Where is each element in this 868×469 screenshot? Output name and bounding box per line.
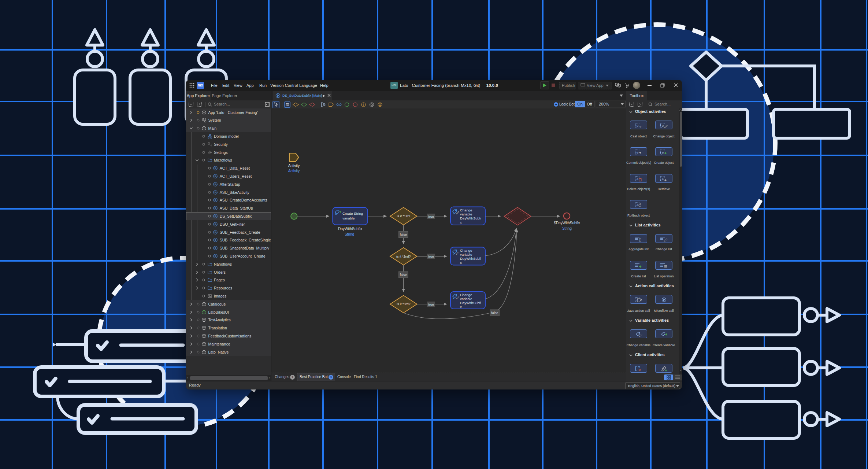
svg-text:is it *1st?: is it *1st? <box>397 214 410 218</box>
svg-text:String: String <box>562 226 572 230</box>
svg-text:variable: variable <box>460 252 472 256</box>
svg-text:is it *2nd?: is it *2nd? <box>396 255 411 258</box>
svg-text:x: x <box>460 305 462 309</box>
svg-text:false: false <box>400 273 407 277</box>
svg-text:is it *3rd?: is it *3rd? <box>397 302 411 306</box>
svg-text:Activity: Activity <box>288 169 300 173</box>
svg-text:e: e <box>637 177 638 181</box>
svg-text:DayWithSubfi: DayWithSubfi <box>460 216 481 220</box>
svg-text:true: true <box>428 215 434 218</box>
svg-text:e: e <box>637 203 638 207</box>
svg-text:true: true <box>428 303 434 306</box>
svg-text:DayWithSubfix: DayWithSubfix <box>338 227 362 231</box>
svg-text:Activity: Activity <box>288 164 300 168</box>
svg-text:Change: Change <box>460 248 472 252</box>
svg-text:x: x <box>460 261 462 265</box>
svg-text:DayWithSubfi: DayWithSubfi <box>460 256 481 261</box>
svg-text:String: String <box>345 232 354 236</box>
svg-text:e: e <box>662 123 664 127</box>
svg-text:false: false <box>491 311 498 315</box>
svg-text:Σ: Σ <box>639 238 641 242</box>
svg-text:variable: variable <box>460 212 472 216</box>
svg-text:e: e <box>637 123 638 127</box>
svg-text:false: false <box>400 233 407 236</box>
svg-text:x: x <box>460 220 462 224</box>
svg-text:true: true <box>428 255 434 258</box>
svg-text:Change: Change <box>460 293 472 297</box>
svg-text:variable: variable <box>342 216 355 220</box>
svg-text:variable: variable <box>460 297 472 301</box>
svg-text:Change: Change <box>460 208 472 212</box>
svg-text:e: e <box>639 124 641 128</box>
svg-text:Create String: Create String <box>342 211 363 215</box>
svg-text:DayWithSubfi: DayWithSubfi <box>460 301 481 305</box>
svg-text:$DayWithSubfix: $DayWithSubfix <box>554 221 580 225</box>
svg-text:e: e <box>637 150 638 154</box>
svg-text:e: e <box>662 177 664 181</box>
svg-text:e: e <box>662 150 664 154</box>
svg-text:e: e <box>637 298 638 302</box>
